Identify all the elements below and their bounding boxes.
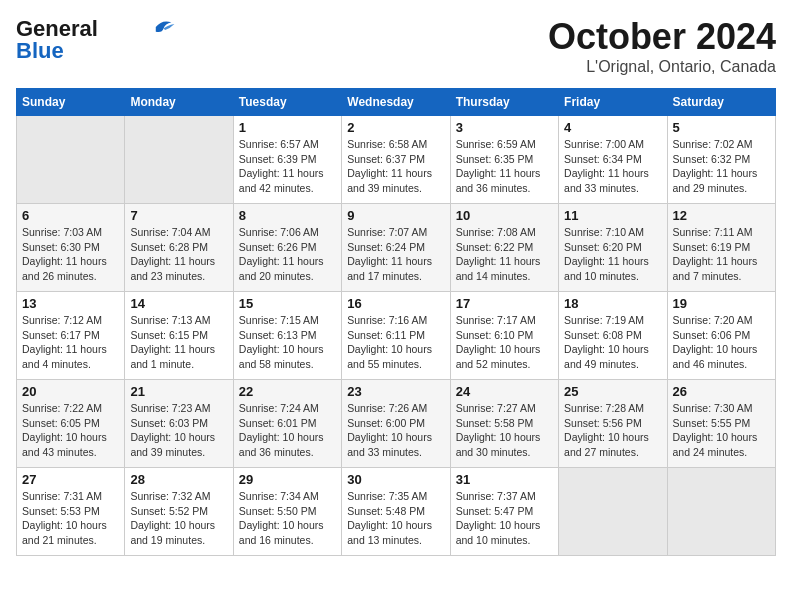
day-info: Sunrise: 7:27 AM Sunset: 5:58 PM Dayligh…	[456, 401, 553, 460]
calendar-cell: 14Sunrise: 7:13 AM Sunset: 6:15 PM Dayli…	[125, 292, 233, 380]
calendar-cell: 2Sunrise: 6:58 AM Sunset: 6:37 PM Daylig…	[342, 116, 450, 204]
page-header: General Blue October 2024 L'Orignal, Ont…	[16, 16, 776, 76]
day-number: 31	[456, 472, 553, 487]
day-info: Sunrise: 7:00 AM Sunset: 6:34 PM Dayligh…	[564, 137, 661, 196]
calendar-cell: 15Sunrise: 7:15 AM Sunset: 6:13 PM Dayli…	[233, 292, 341, 380]
day-number: 7	[130, 208, 227, 223]
weekday-header-friday: Friday	[559, 89, 667, 116]
calendar-cell: 31Sunrise: 7:37 AM Sunset: 5:47 PM Dayli…	[450, 468, 558, 556]
calendar-cell	[667, 468, 775, 556]
day-info: Sunrise: 7:15 AM Sunset: 6:13 PM Dayligh…	[239, 313, 336, 372]
day-number: 3	[456, 120, 553, 135]
calendar-cell: 17Sunrise: 7:17 AM Sunset: 6:10 PM Dayli…	[450, 292, 558, 380]
day-number: 11	[564, 208, 661, 223]
day-info: Sunrise: 7:08 AM Sunset: 6:22 PM Dayligh…	[456, 225, 553, 284]
day-number: 13	[22, 296, 119, 311]
calendar-cell	[125, 116, 233, 204]
day-number: 5	[673, 120, 770, 135]
day-number: 6	[22, 208, 119, 223]
calendar-cell: 24Sunrise: 7:27 AM Sunset: 5:58 PM Dayli…	[450, 380, 558, 468]
day-info: Sunrise: 7:17 AM Sunset: 6:10 PM Dayligh…	[456, 313, 553, 372]
calendar-cell: 28Sunrise: 7:32 AM Sunset: 5:52 PM Dayli…	[125, 468, 233, 556]
calendar-cell: 7Sunrise: 7:04 AM Sunset: 6:28 PM Daylig…	[125, 204, 233, 292]
calendar-cell: 22Sunrise: 7:24 AM Sunset: 6:01 PM Dayli…	[233, 380, 341, 468]
day-number: 15	[239, 296, 336, 311]
day-info: Sunrise: 7:10 AM Sunset: 6:20 PM Dayligh…	[564, 225, 661, 284]
day-info: Sunrise: 7:03 AM Sunset: 6:30 PM Dayligh…	[22, 225, 119, 284]
day-info: Sunrise: 7:16 AM Sunset: 6:11 PM Dayligh…	[347, 313, 444, 372]
day-number: 27	[22, 472, 119, 487]
calendar-cell: 19Sunrise: 7:20 AM Sunset: 6:06 PM Dayli…	[667, 292, 775, 380]
calendar-cell: 30Sunrise: 7:35 AM Sunset: 5:48 PM Dayli…	[342, 468, 450, 556]
weekday-header-monday: Monday	[125, 89, 233, 116]
calendar-cell: 5Sunrise: 7:02 AM Sunset: 6:32 PM Daylig…	[667, 116, 775, 204]
day-info: Sunrise: 7:30 AM Sunset: 5:55 PM Dayligh…	[673, 401, 770, 460]
day-info: Sunrise: 7:04 AM Sunset: 6:28 PM Dayligh…	[130, 225, 227, 284]
day-info: Sunrise: 7:35 AM Sunset: 5:48 PM Dayligh…	[347, 489, 444, 548]
day-number: 20	[22, 384, 119, 399]
day-number: 24	[456, 384, 553, 399]
weekday-header-thursday: Thursday	[450, 89, 558, 116]
calendar-cell: 9Sunrise: 7:07 AM Sunset: 6:24 PM Daylig…	[342, 204, 450, 292]
day-number: 1	[239, 120, 336, 135]
day-number: 30	[347, 472, 444, 487]
weekday-header-saturday: Saturday	[667, 89, 775, 116]
logo: General Blue	[16, 16, 176, 64]
day-info: Sunrise: 7:12 AM Sunset: 6:17 PM Dayligh…	[22, 313, 119, 372]
day-number: 10	[456, 208, 553, 223]
week-row-5: 27Sunrise: 7:31 AM Sunset: 5:53 PM Dayli…	[17, 468, 776, 556]
day-number: 4	[564, 120, 661, 135]
day-info: Sunrise: 7:19 AM Sunset: 6:08 PM Dayligh…	[564, 313, 661, 372]
day-number: 22	[239, 384, 336, 399]
weekday-header-sunday: Sunday	[17, 89, 125, 116]
weekday-header-wednesday: Wednesday	[342, 89, 450, 116]
day-info: Sunrise: 7:20 AM Sunset: 6:06 PM Dayligh…	[673, 313, 770, 372]
calendar-cell: 21Sunrise: 7:23 AM Sunset: 6:03 PM Dayli…	[125, 380, 233, 468]
calendar-cell	[559, 468, 667, 556]
day-number: 25	[564, 384, 661, 399]
calendar-cell: 25Sunrise: 7:28 AM Sunset: 5:56 PM Dayli…	[559, 380, 667, 468]
title-block: October 2024 L'Orignal, Ontario, Canada	[548, 16, 776, 76]
logo-blue: Blue	[16, 38, 64, 64]
calendar-cell: 23Sunrise: 7:26 AM Sunset: 6:00 PM Dayli…	[342, 380, 450, 468]
day-info: Sunrise: 7:34 AM Sunset: 5:50 PM Dayligh…	[239, 489, 336, 548]
calendar-cell: 16Sunrise: 7:16 AM Sunset: 6:11 PM Dayli…	[342, 292, 450, 380]
day-info: Sunrise: 7:22 AM Sunset: 6:05 PM Dayligh…	[22, 401, 119, 460]
day-number: 9	[347, 208, 444, 223]
calendar-cell: 3Sunrise: 6:59 AM Sunset: 6:35 PM Daylig…	[450, 116, 558, 204]
calendar-cell: 4Sunrise: 7:00 AM Sunset: 6:34 PM Daylig…	[559, 116, 667, 204]
day-info: Sunrise: 6:59 AM Sunset: 6:35 PM Dayligh…	[456, 137, 553, 196]
calendar-cell: 20Sunrise: 7:22 AM Sunset: 6:05 PM Dayli…	[17, 380, 125, 468]
day-number: 12	[673, 208, 770, 223]
day-number: 19	[673, 296, 770, 311]
week-row-1: 1Sunrise: 6:57 AM Sunset: 6:39 PM Daylig…	[17, 116, 776, 204]
calendar-cell: 13Sunrise: 7:12 AM Sunset: 6:17 PM Dayli…	[17, 292, 125, 380]
day-number: 16	[347, 296, 444, 311]
day-info: Sunrise: 7:32 AM Sunset: 5:52 PM Dayligh…	[130, 489, 227, 548]
month-title: October 2024	[548, 16, 776, 58]
day-number: 28	[130, 472, 227, 487]
calendar-cell: 11Sunrise: 7:10 AM Sunset: 6:20 PM Dayli…	[559, 204, 667, 292]
day-number: 26	[673, 384, 770, 399]
day-number: 29	[239, 472, 336, 487]
week-row-3: 13Sunrise: 7:12 AM Sunset: 6:17 PM Dayli…	[17, 292, 776, 380]
calendar-cell: 8Sunrise: 7:06 AM Sunset: 6:26 PM Daylig…	[233, 204, 341, 292]
day-info: Sunrise: 7:24 AM Sunset: 6:01 PM Dayligh…	[239, 401, 336, 460]
calendar-cell: 29Sunrise: 7:34 AM Sunset: 5:50 PM Dayli…	[233, 468, 341, 556]
day-info: Sunrise: 7:11 AM Sunset: 6:19 PM Dayligh…	[673, 225, 770, 284]
location-title: L'Orignal, Ontario, Canada	[548, 58, 776, 76]
calendar-table: SundayMondayTuesdayWednesdayThursdayFrid…	[16, 88, 776, 556]
day-number: 17	[456, 296, 553, 311]
day-info: Sunrise: 7:13 AM Sunset: 6:15 PM Dayligh…	[130, 313, 227, 372]
day-number: 2	[347, 120, 444, 135]
calendar-cell: 27Sunrise: 7:31 AM Sunset: 5:53 PM Dayli…	[17, 468, 125, 556]
logo-bird-icon	[148, 17, 176, 37]
calendar-cell: 12Sunrise: 7:11 AM Sunset: 6:19 PM Dayli…	[667, 204, 775, 292]
day-number: 23	[347, 384, 444, 399]
day-number: 21	[130, 384, 227, 399]
week-row-4: 20Sunrise: 7:22 AM Sunset: 6:05 PM Dayli…	[17, 380, 776, 468]
day-info: Sunrise: 7:06 AM Sunset: 6:26 PM Dayligh…	[239, 225, 336, 284]
week-row-2: 6Sunrise: 7:03 AM Sunset: 6:30 PM Daylig…	[17, 204, 776, 292]
calendar-cell: 26Sunrise: 7:30 AM Sunset: 5:55 PM Dayli…	[667, 380, 775, 468]
weekday-header-row: SundayMondayTuesdayWednesdayThursdayFrid…	[17, 89, 776, 116]
